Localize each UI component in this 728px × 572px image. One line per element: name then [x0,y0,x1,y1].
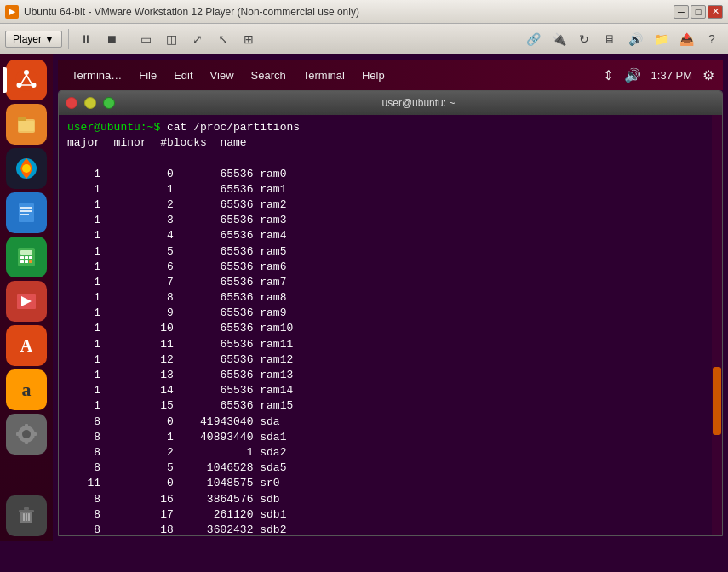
launcher-files[interactable] [6,104,47,145]
svg-rect-19 [25,260,28,263]
term-line-sda: 8 0 41943040 sda [67,415,714,430]
svg-rect-10 [20,207,32,209]
launcher-trash[interactable] [6,495,47,536]
settings-icon[interactable]: ⚙ [702,67,714,83]
term-line-3: 1 2 65536 ram2 [67,197,714,213]
term-line-sdb2: 8 18 3602432 sdb2 [67,523,714,535]
player-button[interactable]: Player ▼ [5,31,62,48]
volume-icon[interactable]: 🔊 [624,67,641,83]
keyboard-icon: ⇕ [603,67,614,83]
scroll-thumb[interactable] [713,367,721,435]
svg-rect-15 [20,256,24,259]
term-line-sda2: 8 2 1 sda2 [67,445,714,460]
launcher-calc[interactable] [6,237,47,277]
taskbar-edit[interactable]: Edit [169,67,198,83]
vmware-toolbar: Player ▼ ⏸ ⏹ ▭ ◫ ⤢ ⤡ ⊞ 🔗 🔌 ↻ 🖥 🔊 📁 📤 ? [0,24,728,54]
refresh-icon[interactable]: ↻ [573,29,595,49]
share-icon[interactable]: 📤 [675,29,697,49]
terminal-title: user@ubuntu: ~ [122,97,715,109]
snap-button[interactable]: ▭ [135,29,158,49]
svg-rect-17 [29,256,32,259]
svg-rect-12 [20,214,29,215]
monitor-icon[interactable]: 🖥 [599,29,621,49]
svg-rect-20 [29,260,32,263]
vmware-title: Ubuntu 64-bit - VMware Workstation 12 Pl… [24,6,674,18]
taskbar-terminal-menu[interactable]: Terminal [298,67,350,83]
term-line-8: 1 7 65536 ram7 [67,275,714,290]
maximize-button[interactable]: □ [691,5,706,19]
launcher-writer[interactable] [6,192,47,233]
svg-rect-5 [18,117,26,121]
term-line-11: 1 10 65536 ram10 [67,321,714,336]
taskbar-terminal[interactable]: Termina… [66,67,127,83]
terminal-body[interactable]: user@ubuntu:~$ cat /proc/partitions majo… [59,115,722,535]
main-area: A a [0,54,728,541]
term-line-cmd1: user@ubuntu:~$ cat /proc/partitions [67,120,714,135]
svg-rect-9 [19,203,34,222]
vmware-icon: ▶ [5,5,19,19]
launcher-ubuntu[interactable] [6,60,47,100]
launcher-settings[interactable] [6,414,47,455]
taskbar-time: 1:37 PM [651,69,692,82]
svg-rect-27 [16,432,20,436]
ubuntu-taskbar: Termina… File Edit View Search Terminal … [58,60,723,90]
taskbar-help[interactable]: Help [357,67,390,83]
usb-icon[interactable]: 🔌 [547,29,570,49]
term-line-sdb1: 8 17 261120 sdb1 [67,507,714,523]
toolbar-separator [68,29,69,49]
term-line-14: 1 13 65536 ram13 [67,368,714,383]
taskbar-file[interactable]: File [134,67,162,83]
audio-icon[interactable]: 🔊 [624,29,646,49]
revert-button[interactable]: ◫ [161,29,183,49]
svg-rect-25 [25,424,28,428]
stop-button[interactable]: ⏹ [100,29,123,49]
term-line-sda1: 8 1 40893440 sda1 [67,430,714,445]
term-line-1: 1 0 65536 ram0 [67,167,714,182]
terminal-close-btn[interactable] [66,97,77,109]
launcher-firefox[interactable] [6,148,47,189]
toolbar-separator-2 [129,29,129,49]
svg-rect-31 [24,507,29,510]
network-icon: 🔗 [522,29,544,49]
close-button[interactable]: ✕ [708,5,723,19]
svg-rect-11 [20,210,32,212]
terminal-maximize-btn[interactable] [103,97,115,109]
taskbar-search[interactable]: Search [246,67,291,83]
svg-point-8 [22,164,31,173]
term-line-header: major minor #blocks name [67,135,714,151]
terminal-minimize-btn[interactable] [84,97,96,109]
term-line-6: 1 5 65536 ram5 [67,244,714,260]
svg-rect-26 [25,440,28,444]
svg-point-24 [22,430,31,438]
vmware-titlebar: ▶ Ubuntu 64-bit - VMware Workstation 12 … [0,0,728,24]
terminal-container: Termina… File Edit View Search Terminal … [53,54,728,541]
launcher-amazon[interactable]: a [6,369,47,410]
svg-rect-6 [19,121,34,131]
unity-button[interactable]: ⊞ [238,29,260,49]
svg-rect-18 [20,260,24,263]
help-icon[interactable]: ? [701,29,723,49]
taskbar-right: ⇕ 🔊 1:37 PM ⚙ [603,67,714,83]
term-line-sdb: 8 16 3864576 sdb [67,492,714,507]
term-line-blank [67,151,714,166]
folder-icon[interactable]: 📁 [650,29,672,49]
terminal-scrollbar[interactable] [712,115,722,535]
launcher-installer[interactable]: A [6,325,47,366]
svg-rect-30 [19,510,34,512]
term-line-sr0: 11 0 1048575 sr0 [67,476,714,491]
svg-rect-32 [23,513,25,521]
launcher-impress[interactable] [6,281,47,322]
svg-rect-16 [25,256,28,259]
term-line-4: 1 3 65536 ram3 [67,213,714,228]
terminal-window: user@ubuntu: ~ user@ubuntu:~$ cat /proc/… [58,90,723,536]
svg-rect-28 [32,432,37,436]
term-line-16: 1 15 65536 ram15 [67,398,714,414]
term-line-10: 1 9 65536 ram9 [67,306,714,321]
svg-rect-14 [20,250,32,255]
minimize-button[interactable]: ─ [674,5,689,19]
pause-button[interactable]: ⏸ [75,29,97,49]
fullscreen-button[interactable]: ⤡ [212,29,234,49]
send-key-button[interactable]: ⤢ [186,29,209,49]
taskbar-view[interactable]: View [205,67,239,83]
term-line-7: 1 6 65536 ram6 [67,260,714,275]
